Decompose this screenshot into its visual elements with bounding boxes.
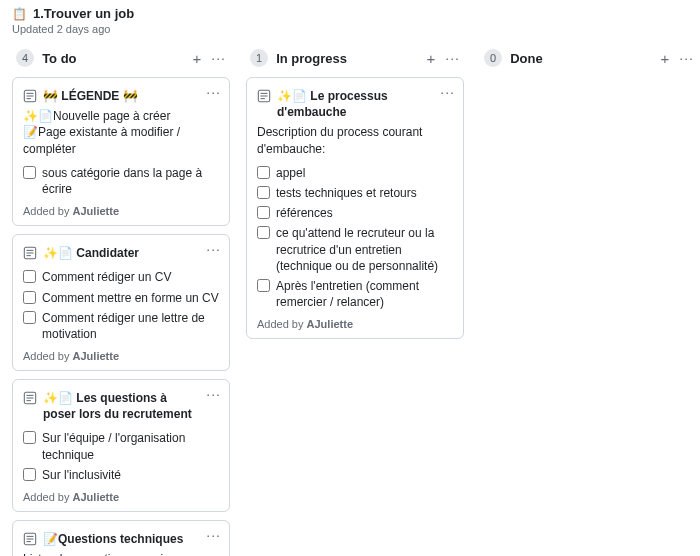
card-title: 📝Questions techniques xyxy=(43,531,183,547)
card-checklist: Comment rédiger un CVComment mettre en f… xyxy=(23,269,219,342)
note-icon xyxy=(257,89,271,103)
checklist-item[interactable]: Comment rédiger une lettre de motivation xyxy=(23,310,219,342)
column-header: 1In progress+··· xyxy=(246,43,464,77)
updated-label: Updated 2 days ago xyxy=(12,23,688,35)
page-title: 1.Trouver un job xyxy=(33,6,134,21)
column-count-badge: 1 xyxy=(250,49,268,67)
checklist-item-label: tests techniques et retours xyxy=(276,185,417,201)
card-added-by: Added by AJuliette xyxy=(23,205,219,217)
card-menu-button[interactable]: ··· xyxy=(206,527,221,543)
checklist-checkbox[interactable] xyxy=(23,468,36,481)
checklist-item-label: Comment rédiger un CV xyxy=(42,269,171,285)
checklist-item-label: Sur l'inclusivité xyxy=(42,467,121,483)
column-menu-button[interactable]: ··· xyxy=(679,50,694,67)
add-card-button[interactable]: + xyxy=(661,50,670,67)
page-header: 📋 1.Trouver un job Updated 2 days ago xyxy=(12,6,688,35)
card-added-by: Added by AJuliette xyxy=(23,350,219,362)
card-checklist: Sur l'équipe / l'organisation techniqueS… xyxy=(23,430,219,483)
checklist-item-label: Après l'entretien (comment remercier / r… xyxy=(276,278,453,310)
board-card[interactable]: ···✨📄 Les questions à poser lors du recr… xyxy=(12,379,230,512)
checklist-item[interactable]: appel xyxy=(257,165,453,181)
checklist-checkbox[interactable] xyxy=(257,226,270,239)
board-column: 1In progress+······✨📄 Le processus d'emb… xyxy=(246,43,464,347)
checklist-item[interactable]: sous catégorie dans la page à écrire xyxy=(23,165,219,197)
column-title: To do xyxy=(42,51,192,66)
card-description: Description du process courant d'embauch… xyxy=(257,124,453,156)
checklist-checkbox[interactable] xyxy=(23,291,36,304)
checklist-item-label: Sur l'équipe / l'organisation technique xyxy=(42,430,219,462)
checklist-item[interactable]: Comment mettre en forme un CV xyxy=(23,290,219,306)
card-description: Lister des questions par niveau au lieu … xyxy=(23,551,219,556)
board-card[interactable]: ···📝Questions techniquesLister des quest… xyxy=(12,520,230,556)
column-count-badge: 4 xyxy=(16,49,34,67)
checklist-checkbox[interactable] xyxy=(23,431,36,444)
card-description: ✨📄Nouvelle page à créer📝Page existante à… xyxy=(23,108,219,157)
checklist-checkbox[interactable] xyxy=(257,186,270,199)
add-card-button[interactable]: + xyxy=(193,50,202,67)
card-added-by: Added by AJuliette xyxy=(23,491,219,503)
checklist-item-label: appel xyxy=(276,165,305,181)
checklist-checkbox[interactable] xyxy=(257,279,270,292)
checklist-item[interactable]: Sur l'inclusivité xyxy=(23,467,219,483)
column-menu-button[interactable]: ··· xyxy=(445,50,460,67)
note-icon xyxy=(23,246,37,260)
note-icon xyxy=(23,391,37,405)
column-menu-button[interactable]: ··· xyxy=(211,50,226,67)
checklist-item[interactable]: Sur l'équipe / l'organisation technique xyxy=(23,430,219,462)
project-icon: 📋 xyxy=(12,7,27,21)
board-card[interactable]: ···✨📄 Le processus d'embaucheDescription… xyxy=(246,77,464,339)
card-menu-button[interactable]: ··· xyxy=(440,84,455,100)
checklist-checkbox[interactable] xyxy=(257,166,270,179)
checklist-item-label: ce qu'attend le recruteur ou la recrutri… xyxy=(276,225,453,274)
checklist-checkbox[interactable] xyxy=(257,206,270,219)
checklist-item[interactable]: Après l'entretien (comment remercier / r… xyxy=(257,278,453,310)
column-count-badge: 0 xyxy=(484,49,502,67)
board-column: 4To do+······🚧 LÉGENDE 🚧✨📄Nouvelle page … xyxy=(12,43,230,556)
column-title: In progress xyxy=(276,51,426,66)
card-checklist: appeltests techniques et retoursréférenc… xyxy=(257,165,453,311)
card-title: ✨📄 Le processus d'embauche xyxy=(277,88,435,120)
kanban-board: 4To do+······🚧 LÉGENDE 🚧✨📄Nouvelle page … xyxy=(12,43,688,556)
card-menu-button[interactable]: ··· xyxy=(206,84,221,100)
card-title: ✨📄 Les questions à poser lors du recrute… xyxy=(43,390,201,422)
checklist-item-label: Comment rédiger une lettre de motivation xyxy=(42,310,219,342)
checklist-item-label: sous catégorie dans la page à écrire xyxy=(42,165,219,197)
checklist-item[interactable]: références xyxy=(257,205,453,221)
checklist-item-label: Comment mettre en forme un CV xyxy=(42,290,219,306)
card-menu-button[interactable]: ··· xyxy=(206,241,221,257)
add-card-button[interactable]: + xyxy=(427,50,436,67)
checklist-checkbox[interactable] xyxy=(23,166,36,179)
note-icon xyxy=(23,89,37,103)
card-checklist: sous catégorie dans la page à écrire xyxy=(23,165,219,197)
card-title: ✨📄 Candidater xyxy=(43,245,139,261)
column-header: 0Done+··· xyxy=(480,43,698,77)
board-card[interactable]: ···✨📄 CandidaterComment rédiger un CVCom… xyxy=(12,234,230,371)
board-card[interactable]: ···🚧 LÉGENDE 🚧✨📄Nouvelle page à créer📝Pa… xyxy=(12,77,230,226)
board-column: 0Done+··· xyxy=(480,43,698,77)
checklist-item[interactable]: tests techniques et retours xyxy=(257,185,453,201)
card-menu-button[interactable]: ··· xyxy=(206,386,221,402)
checklist-item[interactable]: ce qu'attend le recruteur ou la recrutri… xyxy=(257,225,453,274)
checklist-item[interactable]: Comment rédiger un CV xyxy=(23,269,219,285)
card-added-by: Added by AJuliette xyxy=(257,318,453,330)
column-title: Done xyxy=(510,51,660,66)
card-title: 🚧 LÉGENDE 🚧 xyxy=(43,88,138,104)
note-icon xyxy=(23,532,37,546)
column-header: 4To do+··· xyxy=(12,43,230,77)
checklist-checkbox[interactable] xyxy=(23,270,36,283)
checklist-item-label: références xyxy=(276,205,333,221)
checklist-checkbox[interactable] xyxy=(23,311,36,324)
